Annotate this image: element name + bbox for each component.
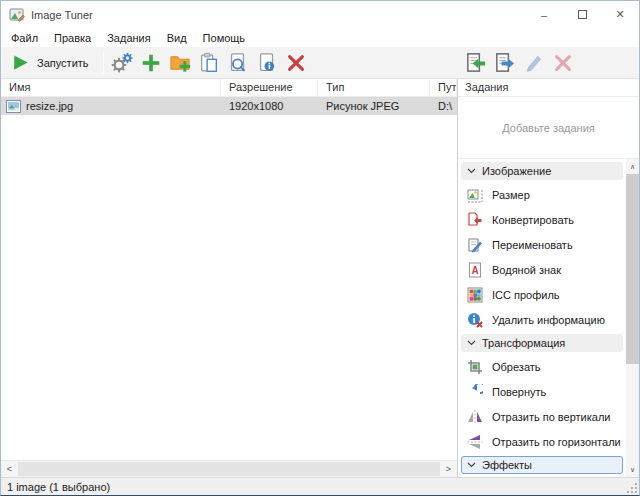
tasks-toolbar (461, 47, 577, 78)
task-flip-horizontal[interactable]: Отразить по горизонтали (458, 429, 626, 454)
section-transform-label: Трансформация (482, 337, 565, 349)
file-list-panel: Имя Разрешение Тип Путь resize.jpg (1, 79, 458, 477)
horizontal-scrollbar-thumb[interactable] (18, 462, 440, 476)
remove-files-icon (285, 52, 307, 74)
window-title: Image Tuner (31, 9, 93, 21)
file-info-button[interactable] (253, 49, 282, 77)
paste-icon (198, 52, 220, 74)
scroll-right-arrow[interactable]: > (440, 461, 457, 477)
task-rotate[interactable]: Повернуть (458, 379, 626, 404)
task-flip-vertical[interactable]: Отразить по вертикали (458, 404, 626, 429)
delete-task-button[interactable] (548, 49, 577, 77)
resize-icon (467, 187, 483, 203)
main-area: Имя Разрешение Тип Путь resize.jpg (1, 79, 639, 477)
file-info-icon (256, 52, 278, 74)
minimize-button[interactable]: – (525, 1, 563, 28)
add-folder-button[interactable] (166, 49, 195, 77)
section-effects[interactable]: Эффекты (461, 456, 623, 474)
export-tasks-button[interactable] (490, 49, 519, 77)
maximize-button[interactable] (563, 1, 601, 28)
scroll-down-arrow[interactable]: ∨ (626, 462, 639, 477)
app-logo-icon (9, 7, 25, 23)
menu-tasks[interactable]: Задания (99, 30, 158, 46)
task-crop-label: Обрезать (492, 361, 541, 373)
task-convert-label: Конвертировать (492, 214, 574, 226)
column-header-path[interactable]: Путь (430, 79, 457, 96)
crop-icon (467, 359, 483, 375)
horizontal-scrollbar[interactable]: < > (1, 460, 457, 477)
file-path: D:\ (430, 100, 457, 112)
menu-help[interactable]: Помощь (195, 30, 254, 46)
settings-gears-icon (110, 51, 134, 75)
import-tasks-button[interactable] (461, 49, 490, 77)
menu-file[interactable]: Файл (3, 30, 46, 46)
toolbar-separator (103, 52, 104, 74)
task-flip-vertical-label: Отразить по вертикали (492, 411, 610, 423)
file-resolution: 1920x1080 (221, 100, 318, 112)
rename-icon (467, 237, 483, 253)
preview-icon (227, 52, 249, 74)
menu-view[interactable]: Вид (159, 30, 195, 46)
paste-button[interactable] (195, 49, 224, 77)
settings-button[interactable] (108, 49, 137, 77)
section-image[interactable]: Изображение (461, 162, 623, 180)
convert-icon (467, 212, 483, 228)
minimize-icon: – (541, 9, 547, 21)
close-icon: ✕ (615, 8, 624, 21)
task-watermark[interactable]: A Водяной знак (458, 257, 626, 282)
run-button[interactable]: Запустить (5, 49, 99, 77)
task-rotate-label: Повернуть (492, 386, 546, 398)
menu-edit[interactable]: Правка (46, 30, 99, 46)
file-name: resize.jpg (26, 100, 73, 112)
menubar: Файл Правка Задания Вид Помощь (1, 28, 639, 47)
preview-button[interactable] (224, 49, 253, 77)
icc-profile-icon (467, 287, 483, 303)
chevron-down-icon (467, 168, 476, 174)
task-resize-label: Размер (492, 189, 530, 201)
tasks-placeholder: Добавьте задания (458, 97, 639, 159)
close-button[interactable]: ✕ (601, 1, 639, 28)
add-files-button[interactable] (137, 49, 166, 77)
toolbar: Запустить (1, 47, 639, 79)
edit-task-button[interactable] (519, 49, 548, 77)
image-file-icon (6, 100, 21, 113)
task-icc-profile-label: ICC профиль (492, 289, 560, 301)
chevron-down-icon (467, 462, 476, 468)
file-list-header: Имя Разрешение Тип Путь (1, 79, 457, 97)
vertical-scrollbar[interactable]: ∧ ∨ (626, 159, 639, 477)
export-tasks-icon (493, 51, 516, 74)
column-header-name[interactable]: Имя (1, 79, 221, 96)
file-type: Рисунок JPEG (318, 100, 430, 112)
statusbar: 1 image (1 выбрано) (1, 477, 639, 495)
import-tasks-icon (464, 51, 487, 74)
app-window: Image Tuner – ✕ Файл Правка Задания Вид … (0, 0, 640, 496)
section-transform[interactable]: Трансформация (461, 334, 623, 352)
scroll-left-arrow[interactable]: < (1, 461, 18, 477)
window-controls: – ✕ (525, 1, 639, 28)
tasks-list: Изображение Размер (458, 159, 626, 477)
chevron-down-icon (467, 340, 476, 346)
column-header-type[interactable]: Тип (318, 79, 430, 96)
task-convert[interactable]: Конвертировать (458, 207, 626, 232)
add-folder-icon (169, 51, 192, 74)
tasks-panel-header: Задания (458, 79, 639, 97)
delete-task-icon (552, 52, 574, 74)
task-flip-horizontal-label: Отразить по горизонтали (492, 436, 621, 448)
section-effects-label: Эффекты (482, 459, 532, 471)
task-rename-label: Переименовать (492, 239, 573, 251)
remove-files-button[interactable] (282, 49, 311, 77)
task-remove-info[interactable]: Удалить информацию (458, 307, 626, 332)
maximize-icon (578, 10, 587, 19)
scroll-up-arrow[interactable]: ∧ (626, 159, 639, 174)
column-header-resolution[interactable]: Разрешение (221, 79, 318, 96)
flip-horizontal-icon (467, 434, 483, 450)
task-crop[interactable]: Обрезать (458, 354, 626, 379)
watermark-icon: A (467, 262, 483, 278)
vertical-scrollbar-thumb[interactable] (626, 174, 639, 364)
task-resize[interactable]: Размер (458, 182, 626, 207)
resize-grip-icon[interactable] (626, 482, 638, 494)
task-icc-profile[interactable]: ICC профиль (458, 282, 626, 307)
task-rename[interactable]: Переименовать (458, 232, 626, 257)
task-remove-info-label: Удалить информацию (492, 314, 605, 326)
file-row-selected[interactable]: resize.jpg 1920x1080 Рисунок JPEG D:\ (1, 97, 457, 115)
